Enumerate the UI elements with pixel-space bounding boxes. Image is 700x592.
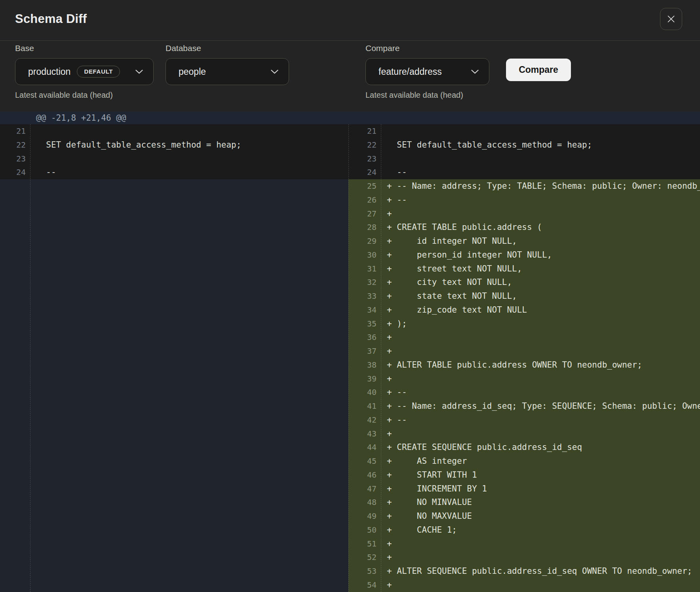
diff-row: 42+ -- (348, 413, 700, 427)
default-badge: DEFAULT (77, 66, 120, 78)
code-line: SET default_table_access_method = heap; (30, 138, 348, 152)
code-line: + street text NOT NULL, (381, 262, 700, 276)
code-line: + (381, 427, 700, 441)
line-number: 40 (348, 385, 381, 399)
base-branch-value: production (28, 66, 70, 77)
compare-branch-value: feature/address (379, 66, 442, 77)
code-line: + id integer NOT NULL, (381, 234, 700, 248)
line-number: 49 (348, 509, 381, 523)
line-number: 30 (348, 248, 381, 262)
diff-row: 27+ (348, 207, 700, 221)
line-number: 29 (348, 234, 381, 248)
diff-row: 22 SET default_table_access_method = hea… (348, 138, 700, 152)
gutter-divider (30, 124, 30, 592)
diff-pane-base: 21 22 SET default_table_access_method = … (0, 124, 348, 592)
line-number: 37 (348, 344, 381, 358)
code-line: + START WITH 1 (381, 468, 700, 482)
diff-row: 50+ CACHE 1; (348, 523, 700, 537)
base-group: Base production DEFAULT Latest available… (15, 43, 154, 100)
diff-row: 46+ START WITH 1 (348, 468, 700, 482)
code-line: + (381, 330, 700, 344)
code-line: -- (381, 165, 700, 179)
diff-row: 43+ (348, 427, 700, 441)
diff-row: 26+ -- (348, 193, 700, 207)
diff-row: 44+ CREATE SEQUENCE public.address_id_se… (348, 440, 700, 454)
line-number: 43 (348, 427, 381, 441)
diff-row: 49+ NO MAXVALUE (348, 509, 700, 523)
line-number: 23 (348, 152, 381, 166)
code-line: + CREATE TABLE public.address ( (381, 220, 700, 234)
code-line: + INCREMENT BY 1 (381, 482, 700, 496)
line-number: 24 (0, 165, 30, 179)
code-line: + ALTER SEQUENCE public.address_id_seq O… (381, 564, 700, 578)
diff-row: 54+ (348, 578, 700, 592)
line-number: 34 (348, 303, 381, 317)
close-icon (666, 14, 676, 24)
diff-row: 40+ -- (348, 385, 700, 399)
code-line (30, 124, 348, 138)
code-line: + (381, 207, 700, 221)
diff-row: 28+ CREATE TABLE public.address ( (348, 220, 700, 234)
diff-row: 37+ (348, 344, 700, 358)
line-number: 38 (348, 358, 381, 372)
diff-row: 51+ (348, 537, 700, 551)
compare-button[interactable]: Compare (506, 59, 571, 81)
chevron-down-icon (135, 70, 143, 74)
line-number: 53 (348, 564, 381, 578)
line-number: 50 (348, 523, 381, 537)
code-line: + -- Name: address; Type: TABLE; Schema:… (381, 179, 700, 193)
database-select[interactable]: people (165, 58, 289, 85)
code-line: + CREATE SEQUENCE public.address_id_seq (381, 440, 700, 454)
diff-row: 35+ ); (348, 317, 700, 331)
base-note: Latest available data (head) (15, 90, 154, 100)
page-title: Schema Diff (15, 12, 87, 26)
code-line (30, 152, 348, 166)
code-line: + (381, 372, 700, 386)
compare-label: Compare (365, 43, 489, 53)
compare-branch-select[interactable]: feature/address (365, 58, 489, 85)
compare-group: Compare feature/address Latest available… (365, 43, 489, 100)
diff-body: 21 22 SET default_table_access_method = … (0, 124, 700, 592)
line-number: 35 (348, 317, 381, 331)
hunk-header: @@ -21,8 +21,46 @@ (0, 112, 700, 124)
database-value: people (179, 66, 206, 77)
line-number: 23 (0, 152, 30, 166)
controls-bar: Base production DEFAULT Latest available… (0, 41, 700, 112)
line-number: 51 (348, 537, 381, 551)
line-number: 52 (348, 550, 381, 564)
code-line: + CACHE 1; (381, 523, 700, 537)
database-label: Database (165, 43, 289, 53)
diff-row: 23 (0, 152, 348, 166)
diff-row: 39+ (348, 372, 700, 386)
line-number: 21 (0, 124, 30, 138)
line-number: 41 (348, 399, 381, 413)
code-line: + -- (381, 193, 700, 207)
code-line: + ALTER TABLE public.address OWNER TO ne… (381, 358, 700, 372)
line-number: 32 (348, 275, 381, 289)
diff-row: 34+ zip_code text NOT NULL (348, 303, 700, 317)
close-button[interactable] (660, 8, 682, 30)
modal-titlebar: Schema Diff (0, 0, 700, 41)
line-number: 39 (348, 372, 381, 386)
code-line: SET default_table_access_method = heap; (381, 138, 700, 152)
diff-view: @@ -21,8 +21,46 @@ 21 22 SET default_tab… (0, 112, 700, 592)
line-number: 22 (348, 138, 381, 152)
diff-row: 29+ id integer NOT NULL, (348, 234, 700, 248)
diff-row: 31+ street text NOT NULL, (348, 262, 700, 276)
code-line: + -- (381, 385, 700, 399)
base-branch-select[interactable]: production DEFAULT (15, 58, 154, 85)
diff-row: 45+ AS integer (348, 454, 700, 468)
schema-diff-modal: Schema Diff Base production DEFAULT Late… (0, 0, 700, 592)
line-number: 48 (348, 495, 381, 509)
line-number: 24 (348, 165, 381, 179)
chevron-down-icon (271, 70, 278, 74)
diff-row: 41+ -- Name: address_id_seq; Type: SEQUE… (348, 399, 700, 413)
code-line: + ); (381, 317, 700, 331)
line-number: 33 (348, 289, 381, 303)
line-number: 42 (348, 413, 381, 427)
line-number: 31 (348, 262, 381, 276)
line-number: 28 (348, 220, 381, 234)
line-number: 26 (348, 193, 381, 207)
line-number: 46 (348, 468, 381, 482)
line-number: 45 (348, 454, 381, 468)
